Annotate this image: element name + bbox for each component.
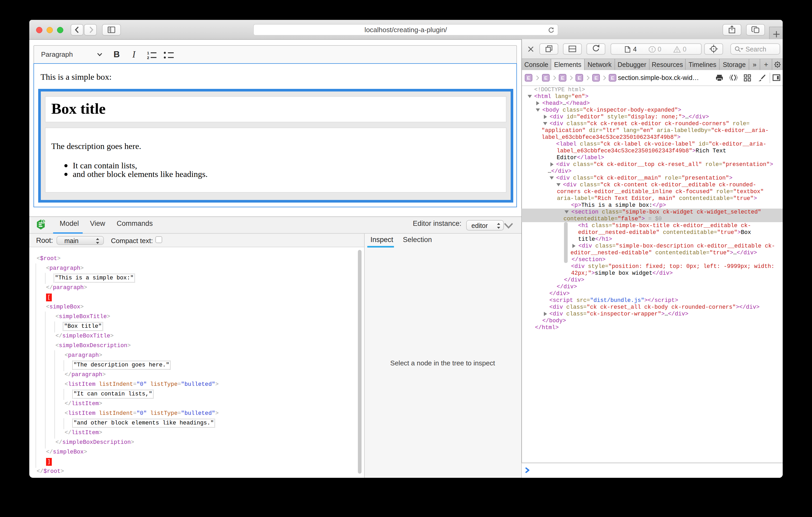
svg-text:2: 2 (147, 55, 149, 59)
svg-text:1: 1 (147, 51, 149, 55)
svg-text:5: 5 (43, 219, 45, 223)
